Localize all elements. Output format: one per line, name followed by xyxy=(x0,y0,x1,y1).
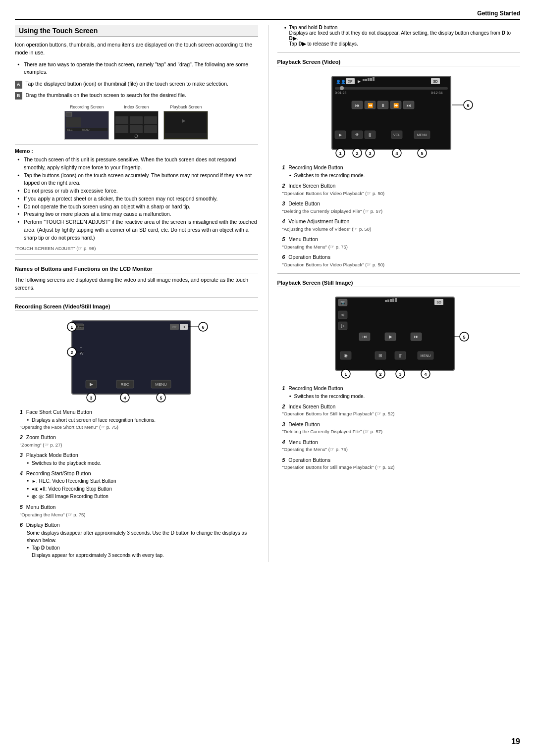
rec-diagram-wrap: S 32 D T W ▶ REC xyxy=(62,316,211,403)
memo-bullet-7: Perform "TOUCH SCREEN ADJUST" if the rea… xyxy=(20,218,258,242)
pb-still-item-1-bullet: Switches to the recording mode. xyxy=(289,393,521,400)
rec-item-1-bullet-1: Displays a short cut screen of face reco… xyxy=(27,416,258,424)
page-header: Getting Started xyxy=(15,10,520,20)
memo-bullet-3: Do not press or rub with excessive force… xyxy=(20,187,258,195)
svg-text:0:01:23: 0:01:23 xyxy=(335,91,346,95)
rec-item-3: 3 Playback Mode Button Switches to the p… xyxy=(20,452,258,467)
rec-item-5-num: 5 xyxy=(20,504,23,510)
rec-item-1-bullets: Displays a short cut screen of face reco… xyxy=(27,416,258,424)
pb-still-item-4-ref: "Operating the Menu" (☞ p. 75) xyxy=(282,446,521,453)
screen-label-playback: Playback Screen xyxy=(163,104,208,109)
pb-still-item-1: 1 Recording Mode Button Switches to the … xyxy=(282,385,521,400)
svg-text:1: 1 xyxy=(345,372,347,377)
label-b: B xyxy=(15,92,22,100)
svg-rect-16 xyxy=(165,112,207,133)
rec-item-5-label: Menu Button xyxy=(26,504,56,510)
svg-text:SD: SD xyxy=(433,80,438,83)
svg-text:0:12:34: 0:12:34 xyxy=(431,91,442,95)
instruction-b: B Drag the thumbnails on the touch scree… xyxy=(15,92,258,100)
pb-video-item-3: 3 Delete Button "Deleting the Currently … xyxy=(282,200,521,215)
svg-text:▶: ▶ xyxy=(389,334,392,339)
svg-text:1: 1 xyxy=(71,325,73,330)
svg-rect-59 xyxy=(370,78,372,81)
pb-still-item-2-ref: "Operation Buttons for Still Image Playb… xyxy=(282,410,521,417)
svg-rect-8 xyxy=(115,116,128,124)
pb-video-subtitle: Playback Screen (Video) xyxy=(277,59,521,66)
right-column: Tap and hold D button Displays are fixed… xyxy=(268,25,521,562)
rec-item-2: 2 Zoom Button "Zooming" (☞ p. 27) xyxy=(20,434,258,449)
svg-text:MENU: MENU xyxy=(421,354,431,357)
pb-video-item-6-label: Operation Buttons xyxy=(288,254,330,260)
rec-item-4-num: 4 xyxy=(20,470,23,476)
svg-rect-104 xyxy=(387,300,389,302)
svg-text:3: 3 xyxy=(399,372,402,377)
intro-bullet-1: There are two ways to operate the touch … xyxy=(20,61,258,77)
rec-item-1-ref: "Operating the Face Short Cut Menu" (☞ p… xyxy=(20,424,258,431)
rec-item-2-ref: "Zooming" (☞ p. 27) xyxy=(20,442,258,449)
pb-video-item-2-num: 2 xyxy=(282,183,285,189)
pb-still-item-5-num: 5 xyxy=(282,457,285,463)
svg-text:▷: ▷ xyxy=(341,323,345,328)
svg-rect-9 xyxy=(130,116,143,124)
pb-still-item-5-ref: "Operation Buttons for Still Image Playb… xyxy=(282,464,521,471)
svg-text:XP: XP xyxy=(348,80,353,83)
memo-bullet-2: Tap the buttons (icons) on the touch scr… xyxy=(20,172,258,188)
memo-bullets: The touch screen of this unit is pressur… xyxy=(20,156,258,242)
rec-item-2-num: 2 xyxy=(20,434,23,440)
pb-still-item-4-num: 4 xyxy=(282,439,285,445)
svg-text:🗑: 🗑 xyxy=(398,353,402,358)
hold-d-bullet: Tap and hold D button Displays are fixed… xyxy=(284,25,521,47)
screen-examples: Recording Screen REC MENU xyxy=(15,104,258,140)
pb-still-item-3-num: 3 xyxy=(282,421,285,427)
memo-bullet-1: The touch screen of this unit is pressur… xyxy=(20,156,258,172)
svg-text:◉: ◉ xyxy=(344,353,348,358)
svg-text:REC: REC xyxy=(121,382,129,387)
svg-text:D: D xyxy=(183,325,185,329)
right-divider-2 xyxy=(277,273,521,274)
page-number: 19 xyxy=(511,737,520,746)
pb-still-item-1-num: 1 xyxy=(282,385,285,391)
svg-text:▶: ▶ xyxy=(90,382,93,387)
svg-text:32: 32 xyxy=(172,325,176,329)
rec-screen-subtitle: Recording Screen (Video/Still Image) xyxy=(15,303,258,311)
pb-video-diagram-wrap: 👤👤 XP ▶ SD xyxy=(322,71,476,159)
svg-text:4: 4 xyxy=(425,372,427,377)
svg-text:⏩: ⏩ xyxy=(393,102,399,108)
rec-item-6-num: 6 xyxy=(20,522,23,528)
rec-items-list: 1 Face Short Cut Menu Button Displays a … xyxy=(20,408,258,559)
pb-still-subtitle: Playback Screen (Still Image) xyxy=(277,280,521,287)
pb-still-diagram-container: 📷 SD ⊲ ▷ xyxy=(277,292,521,380)
index-thumb-svg xyxy=(114,111,158,139)
pb-video-item-2-ref: "Operation Buttons for Video Playback" (… xyxy=(282,190,521,197)
svg-text:▶: ▶ xyxy=(339,133,342,137)
svg-text:⏮: ⏮ xyxy=(363,334,367,339)
memo-bullet-5: Do not operate the touch screen using an… xyxy=(20,203,258,211)
pb-video-item-4-label: Volume Adjustment Button xyxy=(288,218,349,224)
right-divider-1 xyxy=(277,52,521,53)
svg-rect-1 xyxy=(66,112,72,116)
svg-text:2: 2 xyxy=(71,350,73,355)
intro-text: Icon operation buttons, thumbnails, and … xyxy=(15,41,258,57)
rec-item-5-ref: "Operating the Menu" (☞ p. 75) xyxy=(20,511,258,518)
header-title: Getting Started xyxy=(477,10,520,17)
svg-text:🗑: 🗑 xyxy=(368,133,372,137)
rec-item-3-num: 3 xyxy=(20,452,23,458)
svg-text:1: 1 xyxy=(339,151,341,156)
svg-text:⊲: ⊲ xyxy=(341,312,345,317)
rec-item-6-label: Display Button xyxy=(26,522,60,528)
svg-text:T: T xyxy=(80,346,82,351)
pb-still-diagram-wrap: 📷 SD ⊲ ▷ xyxy=(325,292,472,380)
svg-point-62 xyxy=(340,86,344,90)
svg-text:4: 4 xyxy=(395,151,398,156)
memo-bullet-6: Pressing two or more places at a time ma… xyxy=(20,210,258,218)
svg-text:5: 5 xyxy=(463,335,466,340)
pb-video-item-4-ref: "Adjusting the Volume of Videos" (☞ p. 5… xyxy=(282,226,521,233)
svg-text:3: 3 xyxy=(90,396,93,401)
screen-thumb-index xyxy=(114,111,159,140)
pb-still-item-1-bullets: Switches to the recording mode. xyxy=(289,393,521,400)
memo-title: Memo : xyxy=(15,148,258,154)
pb-still-item-3-label: Delete Button xyxy=(288,421,320,427)
svg-text:VOL: VOL xyxy=(393,133,400,137)
instruction-a: A Tap the displayed button (icon) or thu… xyxy=(15,80,258,89)
rec-item-4-bullet-3: ◎: ◎: Still Image Recording Button xyxy=(27,493,258,501)
